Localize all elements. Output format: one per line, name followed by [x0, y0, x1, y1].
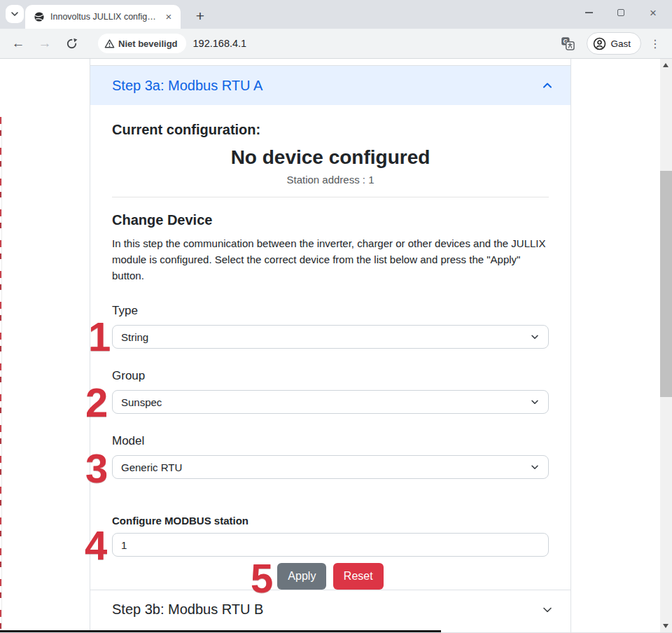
- reload-icon: [66, 38, 78, 50]
- tab-close-icon[interactable]: ×: [162, 11, 175, 23]
- browser-toolbar: ← → Niet beveiligd 192.168.4.1 G: [0, 29, 672, 59]
- browser-tab[interactable]: Innovoltus JULLIX configuration ×: [25, 5, 181, 29]
- back-button[interactable]: ←: [7, 32, 29, 55]
- bottom-edge-artifact: [0, 630, 441, 632]
- accordion-header-step3b[interactable]: Step 3b: Modbus RTU B: [90, 590, 570, 629]
- security-chip-label: Niet beveiligd: [118, 39, 178, 49]
- modbus-station-input[interactable]: [112, 533, 549, 557]
- left-edge-artifact: [0, 117, 2, 632]
- annotation-number-1: 1: [88, 319, 109, 354]
- page-content: Step 3a: Modbus RTU A Current configurat…: [0, 59, 672, 632]
- profile-label: Gast: [610, 39, 631, 49]
- tab-strip: Innovoltus JULLIX configuration × + ×: [0, 0, 672, 29]
- scroll-up-arrow-icon[interactable]: [663, 63, 668, 67]
- globe-favicon-icon: [34, 11, 45, 22]
- annotation-number-3: 3: [85, 451, 106, 486]
- vertical-scrollbar[interactable]: [660, 59, 672, 632]
- warning-triangle-icon: [104, 39, 115, 49]
- url-text[interactable]: 192.168.4.1: [193, 38, 559, 49]
- translate-button[interactable]: G: [559, 34, 577, 53]
- accordion-card: Step 3a: Modbus RTU A Current configurat…: [90, 59, 571, 632]
- annotation-number-5: 5: [251, 561, 272, 596]
- chevron-down-icon: [530, 462, 540, 472]
- model-label: Model: [112, 433, 549, 449]
- button-row: Apply Reset: [112, 563, 549, 590]
- chevron-down-icon: [10, 10, 19, 18]
- accordion-body-step3a: Current configuration: No device configu…: [90, 105, 570, 590]
- change-device-heading: Change Device: [112, 211, 549, 230]
- minimize-button[interactable]: [573, 0, 605, 25]
- close-icon: ×: [650, 7, 657, 19]
- station-address-text: Station address : 1: [112, 173, 549, 187]
- profile-button[interactable]: Gast: [587, 32, 641, 55]
- configured-device-name: No device configured: [112, 145, 549, 170]
- translate-icon: G: [561, 36, 575, 50]
- divider: [112, 197, 549, 197]
- tab-title: Innovoltus JULLIX configuration: [50, 12, 157, 22]
- person-icon: [593, 37, 606, 50]
- security-chip[interactable]: Niet beveiligd: [98, 34, 186, 53]
- group-label: Group: [112, 368, 549, 384]
- chevron-down-icon: [541, 604, 554, 615]
- change-device-description: In this step the communication between t…: [112, 235, 549, 284]
- chevron-down-icon: [530, 332, 540, 342]
- annotation-number-2: 2: [85, 385, 106, 420]
- modbus-station-label: Configure MODBUS station: [112, 514, 549, 527]
- group-select[interactable]: Sunspec: [112, 390, 549, 414]
- group-select-value: Sunspec: [121, 396, 530, 408]
- tab-search-button[interactable]: [6, 5, 24, 23]
- apply-button[interactable]: Apply: [277, 563, 326, 590]
- reload-button[interactable]: [60, 32, 83, 55]
- type-select-value: String: [121, 331, 530, 343]
- scroll-down-arrow-icon[interactable]: [663, 624, 668, 628]
- step3a-title: Step 3a: Modbus RTU A: [112, 78, 541, 94]
- model-select-value: Generic RTU: [121, 461, 530, 473]
- model-select[interactable]: Generic RTU: [112, 455, 549, 479]
- close-window-button[interactable]: ×: [637, 0, 669, 25]
- reset-button[interactable]: Reset: [333, 563, 384, 590]
- accordion-header-step3a[interactable]: Step 3a: Modbus RTU A: [90, 66, 570, 105]
- browser-menu-button[interactable]: ⋮: [645, 34, 665, 53]
- type-select[interactable]: String: [112, 325, 549, 349]
- forward-button[interactable]: →: [34, 32, 56, 55]
- step3b-title: Step 3b: Modbus RTU B: [112, 601, 541, 618]
- scrollbar-thumb[interactable]: [660, 171, 672, 397]
- minimize-icon: [585, 12, 593, 13]
- previous-section-remnant: [90, 59, 570, 66]
- annotation-number-4: 4: [85, 528, 106, 563]
- maximize-button[interactable]: [605, 0, 637, 25]
- new-tab-button[interactable]: +: [190, 6, 210, 26]
- window-controls: ×: [573, 0, 669, 25]
- type-label: Type: [112, 303, 549, 319]
- current-configuration-heading: Current configuration:: [112, 120, 549, 139]
- maximize-icon: [617, 9, 624, 16]
- chevron-up-icon: [541, 80, 554, 91]
- chevron-down-icon: [530, 397, 540, 407]
